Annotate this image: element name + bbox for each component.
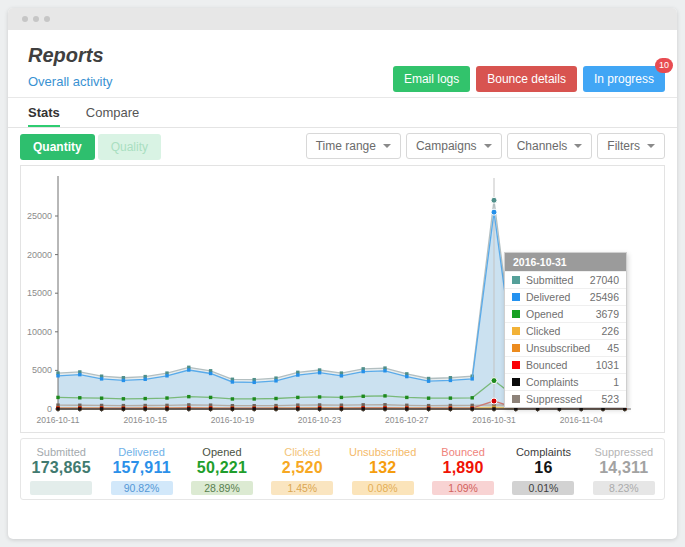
tabbar-divider [8, 127, 677, 128]
stat-label: Clicked [262, 446, 342, 458]
summary-stats-bar: Submitted173,865Delivered157,91190.82%Op… [20, 438, 665, 500]
series-color-swatch-icon [512, 327, 520, 335]
header-actions: Email logs Bounce details In progress 10 [393, 66, 665, 92]
tooltip-series-label: Opened [526, 308, 596, 320]
stat-value: 1,890 [423, 459, 503, 477]
campaigns-dropdown[interactable]: Campaigns [406, 133, 502, 159]
email-logs-button[interactable]: Email logs [393, 66, 470, 92]
svg-text:2016-10-11: 2016-10-11 [37, 415, 80, 425]
time-range-label: Time range [316, 139, 376, 153]
tooltip-row: Bounced1031 [505, 356, 626, 373]
stat-delivered[interactable]: Delivered157,91190.82% [101, 439, 181, 499]
hover-marker-opened [491, 378, 497, 384]
svg-text:2016-10-19: 2016-10-19 [211, 415, 255, 425]
stat-percent-badge: 90.82% [111, 481, 173, 495]
svg-text:10000: 10000 [27, 327, 52, 337]
tooltip-date: 2016-10-31 [505, 253, 626, 271]
hover-marker-bounced [491, 398, 497, 404]
window-control-icon[interactable] [33, 16, 39, 22]
filters-label: Filters [607, 139, 640, 153]
stat-percent-badge: 1.09% [432, 481, 494, 495]
stat-value: 2,520 [262, 459, 342, 477]
series-color-swatch-icon [512, 344, 520, 352]
tooltip-series-label: Complaints [526, 376, 613, 388]
tooltip-series-value: 45 [607, 342, 619, 354]
metric-toggle-group: Quantity Quality [20, 134, 161, 160]
stat-value: 14,311 [584, 459, 664, 477]
window-titlebar [8, 8, 677, 30]
svg-text:20000: 20000 [27, 250, 52, 260]
tab-compare[interactable]: Compare [86, 105, 139, 127]
tooltip-row: Complaints1 [505, 373, 626, 390]
in-progress-count-badge: 10 [655, 58, 673, 73]
stat-value: 50,221 [182, 459, 262, 477]
series-color-swatch-icon [512, 293, 520, 301]
page-subtitle[interactable]: Overall activity [28, 74, 113, 89]
tooltip-row: Clicked226 [505, 322, 626, 339]
stat-label: Suppressed [584, 446, 664, 458]
stat-label: Unsubscribed [343, 446, 423, 458]
svg-text:5000: 5000 [32, 365, 52, 375]
tooltip-series-value: 226 [601, 325, 619, 337]
tooltip-series-value: 1 [613, 376, 619, 388]
stat-bounced[interactable]: Bounced1,8901.09% [423, 439, 503, 499]
stat-label: Complaints [503, 446, 583, 458]
svg-text:2016-10-27: 2016-10-27 [385, 415, 429, 425]
filter-bar: Time range Campaigns Channels Filters [306, 133, 665, 159]
tooltip-series-label: Delivered [526, 291, 590, 303]
stat-label: Submitted [21, 446, 101, 458]
svg-text:25000: 25000 [27, 211, 52, 221]
hover-marker-delivered [491, 209, 497, 215]
svg-text:0: 0 [47, 404, 52, 414]
series-color-swatch-icon [512, 310, 520, 318]
tooltip-series-value: 3679 [596, 308, 619, 320]
tooltip-series-label: Submitted [526, 274, 590, 286]
stat-percent-badge: 28.89% [191, 481, 253, 495]
tooltip-series-value: 523 [601, 393, 619, 405]
window-control-icon[interactable] [44, 16, 50, 22]
tooltip-series-label: Unsubscribed [526, 342, 607, 354]
stat-submitted[interactable]: Submitted173,865 [21, 439, 101, 499]
stat-clicked[interactable]: Clicked2,5201.45% [262, 439, 342, 499]
page-title: Reports [28, 44, 104, 67]
tooltip-rows: Submitted27040Delivered25496Opened3679Cl… [505, 271, 626, 407]
filters-dropdown[interactable]: Filters [597, 133, 665, 159]
chevron-down-icon [383, 144, 391, 148]
stat-label: Opened [182, 446, 262, 458]
stat-complaints[interactable]: Complaints160.01% [503, 439, 583, 499]
quantity-toggle-button[interactable]: Quantity [20, 134, 95, 160]
chevron-down-icon [647, 144, 655, 148]
window-control-icon[interactable] [22, 16, 28, 22]
browser-window: Reports Overall activity Email logs Boun… [8, 8, 677, 539]
tab-bar: Stats Compare [28, 105, 139, 127]
chevron-down-icon [484, 144, 492, 148]
tooltip-series-label: Suppressed [526, 393, 601, 405]
series-color-swatch-icon [512, 361, 520, 369]
hover-marker-submitted [491, 197, 497, 203]
stat-value: 132 [343, 459, 423, 477]
tooltip-row: Opened3679 [505, 305, 626, 322]
channels-dropdown[interactable]: Channels [507, 133, 593, 159]
stat-opened[interactable]: Opened50,22128.89% [182, 439, 262, 499]
stat-suppressed[interactable]: Suppressed14,3118.23% [584, 439, 664, 499]
stat-label: Delivered [101, 446, 181, 458]
svg-text:2016-11-04: 2016-11-04 [560, 415, 603, 425]
chevron-down-icon [574, 144, 582, 148]
tooltip-row: Delivered25496 [505, 288, 626, 305]
stat-percent-badge [30, 481, 92, 495]
tooltip-row: Unsubscribed45 [505, 339, 626, 356]
svg-text:15000: 15000 [27, 288, 52, 298]
in-progress-label: In progress [594, 72, 654, 86]
time-range-dropdown[interactable]: Time range [306, 133, 401, 159]
tooltip-series-value: 25496 [590, 291, 619, 303]
tab-stats[interactable]: Stats [28, 105, 60, 127]
stat-value: 173,865 [21, 459, 101, 477]
tooltip-series-value: 27040 [590, 274, 619, 286]
channels-label: Channels [517, 139, 568, 153]
series-color-swatch-icon [512, 378, 520, 386]
stat-unsubscribed[interactable]: Unsubscribed1320.08% [343, 439, 423, 499]
quality-toggle-button[interactable]: Quality [98, 134, 161, 160]
bounce-details-button[interactable]: Bounce details [476, 66, 577, 92]
campaigns-label: Campaigns [416, 139, 477, 153]
in-progress-button[interactable]: In progress 10 [583, 66, 665, 92]
